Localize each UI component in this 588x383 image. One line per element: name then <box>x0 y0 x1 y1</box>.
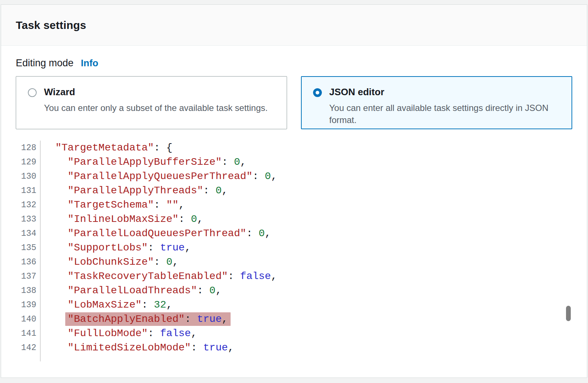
json-key: "LimitedSizeLobMode" <box>68 342 191 353</box>
code-line[interactable]: 136 "LobChunkSize": 0, <box>16 255 572 269</box>
json-value: "" <box>166 199 179 211</box>
json-value: 0 <box>216 185 222 196</box>
json-colon: : <box>246 228 259 239</box>
code-line[interactable]: 131 "ParallelApplyThreads": 0, <box>16 183 572 198</box>
json-editor-radio[interactable] <box>313 88 322 97</box>
code-text[interactable]: "SupportLobs": true, <box>36 242 191 253</box>
code-line[interactable]: 128"TargetMetadata": { <box>16 141 572 155</box>
code-line[interactable]: 139 "LobMaxSize": 32, <box>16 298 572 312</box>
json-colon: : <box>142 299 154 311</box>
code-line[interactable]: 137 "TaskRecoveryTableEnabled": false, <box>16 269 572 283</box>
json-comma: , <box>222 185 228 196</box>
code-text[interactable]: "TargetMetadata": { <box>36 142 172 153</box>
code-text[interactable]: "ParallelLoadThreads": 0, <box>36 285 222 296</box>
code-line[interactable]: 133 "InlineLobMaxSize": 0, <box>16 212 572 226</box>
code-text[interactable]: "TargetSchema": "", <box>36 199 185 211</box>
json-colon: : <box>154 199 166 211</box>
json-comma: , <box>185 242 191 253</box>
line-number: 132 <box>16 200 36 210</box>
code-text[interactable]: "ParallelApplyQueuesPerThread": 0, <box>36 171 277 182</box>
code-line[interactable]: 129 "ParallelApplyBufferSize": 0, <box>16 155 572 169</box>
json-value: false <box>240 271 271 282</box>
json-value: 32 <box>154 299 166 311</box>
line-number: 139 <box>16 300 36 310</box>
json-key: "ParallelApplyQueuesPerThread" <box>68 171 253 182</box>
json-key: "TargetMetadata" <box>55 142 154 153</box>
code-line[interactable]: 142 "LimitedSizeLobMode": true, <box>16 341 572 355</box>
json-code-editor[interactable]: 128"TargetMetadata": {129 "ParallelApply… <box>16 141 572 361</box>
json-colon: : <box>154 256 166 268</box>
json-comma: , <box>271 271 277 282</box>
highlighted-code[interactable]: "BatchApplyEnabled": true, <box>65 312 231 326</box>
task-settings-page: { "header": { "title": "Task settings" }… <box>0 0 588 383</box>
code-text[interactable]: "InlineLobMaxSize": 0, <box>36 213 203 225</box>
json-colon: : <box>148 328 160 339</box>
code-line[interactable]: 135 "SupportLobs": true, <box>16 241 572 255</box>
json-comma: , <box>271 171 277 182</box>
info-link[interactable]: Info <box>81 57 99 69</box>
json-colon: : <box>253 171 265 182</box>
json-comma: , <box>228 342 234 353</box>
json-value: true <box>203 342 228 353</box>
wizard-option-text: Wizard You can enter only a subset of th… <box>44 86 268 129</box>
json-colon: : <box>197 285 209 296</box>
line-number: 133 <box>16 215 36 224</box>
json-colon: : <box>203 185 216 196</box>
json-editor-option-card[interactable]: JSON editor You can enter all available … <box>301 76 572 129</box>
line-number: 131 <box>16 186 36 196</box>
editing-mode-options: Wizard You can enter only a subset of th… <box>16 76 572 129</box>
json-value: 0 <box>209 285 216 296</box>
code-text[interactable]: "FullLobMode": false, <box>36 328 197 339</box>
json-value: true <box>160 242 185 253</box>
json-value: false <box>160 328 191 339</box>
json-colon: : <box>148 242 160 253</box>
code-text[interactable]: "LobMaxSize": 32, <box>36 299 172 311</box>
json-key: "ParallelApplyBufferSize" <box>68 156 222 168</box>
code-line[interactable]: 134 "ParallelLoadQueuesPerThread": 0, <box>16 226 572 241</box>
json-key: "TaskRecoveryTableEnabled" <box>68 271 228 282</box>
json-key: "TargetSchema" <box>68 199 154 211</box>
code-text[interactable]: "ParallelLoadQueuesPerThread": 0, <box>36 228 271 239</box>
line-number: 141 <box>16 329 36 338</box>
json-key: "SupportLobs" <box>68 242 148 253</box>
json-value: true <box>197 313 221 325</box>
code-line[interactable]: 141 "FullLobMode": false, <box>16 326 572 341</box>
json-editor-option-text: JSON editor You can enter all available … <box>329 86 561 129</box>
wizard-radio[interactable] <box>28 88 37 97</box>
json-value: 0 <box>166 256 172 268</box>
code-line[interactable]: 132 "TargetSchema": "", <box>16 198 572 212</box>
code-line[interactable]: 140 "BatchApplyEnabled": true, <box>16 312 572 326</box>
json-colon: : <box>185 313 197 325</box>
vertical-scrollbar-thumb[interactable] <box>566 306 571 321</box>
json-comma: , <box>216 285 222 296</box>
code-text[interactable]: "ParallelApplyThreads": 0, <box>36 185 228 196</box>
line-number: 128 <box>16 143 36 153</box>
json-editor-option-description: You can enter all available task setting… <box>329 102 561 126</box>
code-text[interactable]: "TaskRecoveryTableEnabled": false, <box>36 271 277 282</box>
code-line[interactable]: 138 "ParallelLoadThreads": 0, <box>16 283 572 298</box>
json-key: "ParallelApplyThreads" <box>68 185 203 196</box>
panel-content: Editing mode Info Wizard You can enter o… <box>1 46 587 361</box>
code-text[interactable]: "BatchApplyEnabled": true, <box>36 313 231 325</box>
task-settings-panel: Task settings Editing mode Info Wizard Y… <box>1 4 587 378</box>
line-number: 137 <box>16 272 36 281</box>
json-value: 0 <box>191 213 197 225</box>
json-colon: : <box>179 213 191 225</box>
code-text[interactable]: "ParallelApplyBufferSize": 0, <box>36 156 246 168</box>
json-value: { <box>166 142 172 153</box>
json-key: "InlineLobMaxSize" <box>68 213 179 225</box>
json-colon: : <box>228 271 240 282</box>
wizard-option-label: Wizard <box>44 86 268 98</box>
editing-mode-row: Editing mode Info <box>16 57 572 69</box>
code-text[interactable]: "LobChunkSize": 0, <box>36 256 179 268</box>
json-value: 0 <box>265 171 271 182</box>
code-text[interactable]: "LimitedSizeLobMode": true, <box>36 342 234 353</box>
json-comma: , <box>172 256 179 268</box>
line-number: 142 <box>16 343 36 353</box>
json-key: "LobMaxSize" <box>68 299 142 311</box>
wizard-option-card[interactable]: Wizard You can enter only a subset of th… <box>16 76 287 129</box>
code-line[interactable]: 130 "ParallelApplyQueuesPerThread": 0, <box>16 169 572 183</box>
json-key: "LobChunkSize" <box>68 256 154 268</box>
json-comma: , <box>197 213 203 225</box>
line-number: 138 <box>16 286 36 295</box>
